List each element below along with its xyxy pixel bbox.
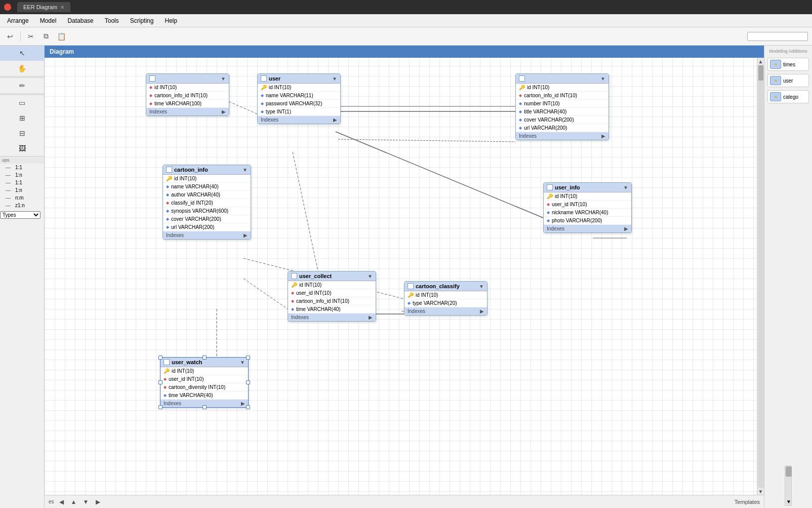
toolbar-cut-btn[interactable]: ✂ xyxy=(25,30,37,43)
window-close-btn[interactable] xyxy=(4,4,11,11)
field-row: ◆ time VARCHAR(100) xyxy=(146,100,229,108)
eer-diagram-tab[interactable]: EER Diagram ✕ xyxy=(17,2,70,12)
field-icon: ◆ xyxy=(547,202,550,207)
nav-next-btn[interactable]: ▶ xyxy=(94,497,103,506)
menu-model[interactable]: Model xyxy=(35,16,62,26)
toolbar-undo-btn[interactable]: ↩ xyxy=(4,30,16,43)
indexes-label: Indexes xyxy=(166,232,184,238)
tool-select[interactable]: ↖ xyxy=(0,46,44,61)
menu-arrange[interactable]: Arrange xyxy=(2,16,34,26)
model-card-catego[interactable]: ★ catego xyxy=(767,90,809,103)
main-layout: ↖ ✋ ✏ ▭ ⊞ ⊟ 🖼 ups — 1:1 — 1:n — 1:1 — 1:… xyxy=(0,46,812,508)
scroll-up-btn[interactable]: ▲ xyxy=(757,58,764,65)
table-user-watch[interactable]: user_watch ▼ 🔑 id INT(10) ◆ user_id INT(… xyxy=(160,357,249,408)
field-name: time VARCHAR(40) xyxy=(296,306,341,312)
field-row: ◆ user_id INT(10) xyxy=(544,201,631,209)
templates-label[interactable]: Templates xyxy=(735,499,760,505)
table-cartoon-info[interactable]: cartoon_info ▼ 🔑 id INT(10) ◆ name VARCH… xyxy=(163,165,251,240)
rel-1to1-a[interactable]: — 1:1 xyxy=(0,164,44,171)
toolbar-search-input[interactable] xyxy=(747,32,808,41)
table-cartoon-main-indexes[interactable]: Indexes ▶ xyxy=(146,108,229,115)
table-user-collect[interactable]: user_collect ▼ 🔑 id INT(10) ◆ user_id IN… xyxy=(288,271,376,322)
table-cartoon-main-arrow[interactable]: ▼ xyxy=(221,76,226,82)
table-user-indexes[interactable]: Indexes ▶ xyxy=(258,116,340,124)
table-cartoon-info-indexes[interactable]: Indexes ▶ xyxy=(163,231,251,239)
menu-database[interactable]: Database xyxy=(62,16,98,26)
table-cartoon-main[interactable]: ▼ ◆ id INT(10) ◆ cartoon_info_id INT(10)… xyxy=(146,73,229,116)
tool-rect[interactable]: ▭ xyxy=(0,95,44,110)
scroll-thumb[interactable] xyxy=(758,65,763,81)
table-cartoon-classify[interactable]: cartoon_classify ▼ 🔑 id INT(10) ◆ type V… xyxy=(404,281,488,316)
tool-img[interactable]: 🖼 xyxy=(0,141,44,156)
field-icon: ◆ xyxy=(519,109,522,114)
table-cartoon-main-header[interactable]: ▼ xyxy=(146,74,229,84)
table-top-right-indexes[interactable]: Indexes ▶ xyxy=(516,132,608,140)
rel-1to1-b[interactable]: — 1:1 xyxy=(0,179,44,186)
table-cartoon-classify-header[interactable]: cartoon_classify ▼ xyxy=(404,282,487,291)
table-cartoon-info-arrow[interactable]: ▼ xyxy=(242,167,248,173)
model-card-user[interactable]: ★ user xyxy=(767,74,809,87)
rel-1ton-b[interactable]: — 1:n xyxy=(0,186,44,194)
menu-scripting[interactable]: Scripting xyxy=(125,16,159,26)
diagram-canvas[interactable]: Diagram xyxy=(45,46,764,508)
table-cartoon-info-header[interactable]: cartoon_info ▼ xyxy=(163,165,251,175)
handle-tm[interactable] xyxy=(202,356,207,360)
handle-br[interactable] xyxy=(246,405,250,409)
indexes-arrow: ▶ xyxy=(243,232,248,238)
handle-bl[interactable] xyxy=(158,405,163,409)
table-user[interactable]: user ▼ 🔑 id INT(10) ◆ name VARCHAR(11) ◆… xyxy=(257,73,341,124)
tool-table[interactable]: ⊞ xyxy=(0,110,44,126)
table-user-collect-header[interactable]: user_collect ▼ xyxy=(288,271,376,281)
vertical-scrollbar[interactable]: ▲ ▼ xyxy=(757,58,764,495)
right-scrollbar[interactable]: ▼ xyxy=(785,465,792,506)
rel-1ton-a[interactable]: — 1:n xyxy=(0,171,44,179)
right-scroll-thumb[interactable] xyxy=(786,466,792,477)
table-top-right-header[interactable]: ▼ xyxy=(516,74,608,84)
table-user-info-indexes[interactable]: Indexes ▶ xyxy=(544,225,631,232)
table-user-info-header[interactable]: user_info ▼ xyxy=(544,183,631,192)
table-icon xyxy=(166,167,172,173)
table-user-watch-arrow[interactable]: ▼ xyxy=(240,360,245,365)
menu-help[interactable]: Help xyxy=(159,16,182,26)
tab-close-btn[interactable]: ✕ xyxy=(60,5,64,10)
scroll-down-btn[interactable]: ▼ xyxy=(757,488,764,495)
nav-prev-btn[interactable]: ◀ xyxy=(57,497,66,506)
handle-mr[interactable] xyxy=(246,380,250,384)
table-cartoon-classify-indexes[interactable]: Indexes ▶ xyxy=(404,307,487,315)
rel-z1ton[interactable]: — z1:n xyxy=(0,202,44,209)
field-row: ◆ password VARCHAR(32) xyxy=(258,100,340,108)
tool-pencil[interactable]: ✏ xyxy=(0,78,44,93)
table-user-header[interactable]: user ▼ xyxy=(258,74,340,84)
field-row: ◆ nickname VARCHAR(40) xyxy=(544,209,631,217)
table-user-info[interactable]: user_info ▼ 🔑 id INT(10) ◆ user_id INT(1… xyxy=(543,182,632,233)
toolbar-paste-btn[interactable]: 📋 xyxy=(55,30,67,43)
handle-ml[interactable] xyxy=(158,380,163,384)
bottom-bar: es ◀ ▲ ▼ ▶ Templates xyxy=(45,495,764,508)
field-name: type VARCHAR(20) xyxy=(413,300,457,306)
toolbar-copy-btn[interactable]: ⧉ xyxy=(40,30,52,43)
table-cartoon-classify-arrow[interactable]: ▼ xyxy=(479,284,484,289)
right-scroll-down[interactable]: ▼ xyxy=(786,499,791,504)
field-key-icon: 🔑 xyxy=(291,282,297,288)
type-select[interactable]: Types xyxy=(0,211,40,219)
nav-down-btn[interactable]: ▼ xyxy=(82,497,91,506)
handle-bm[interactable] xyxy=(202,405,207,409)
table-user-collect-indexes[interactable]: Indexes ▶ xyxy=(288,314,376,321)
table-user-arrow[interactable]: ▼ xyxy=(332,76,337,82)
table-top-right[interactable]: ▼ 🔑 id INT(10) ◆ cartoon_info_id INT(10)… xyxy=(515,73,609,140)
menu-tools[interactable]: Tools xyxy=(100,16,124,26)
rel-ntom[interactable]: — n:m xyxy=(0,194,44,202)
model-card-times[interactable]: ★ times xyxy=(767,58,809,71)
tool-grid[interactable]: ⊟ xyxy=(0,126,44,141)
table-user-info-arrow[interactable]: ▼ xyxy=(623,185,628,190)
field-name: cover VARCHAR(200) xyxy=(524,117,574,123)
field-name: id INT(10) xyxy=(174,176,196,181)
handle-tl[interactable] xyxy=(158,356,163,360)
scroll-track[interactable] xyxy=(758,65,764,488)
table-user-collect-arrow[interactable]: ▼ xyxy=(368,273,373,279)
field-row: 🔑 id INT(10) xyxy=(160,367,248,375)
handle-tr[interactable] xyxy=(246,356,250,360)
tool-pan[interactable]: ✋ xyxy=(0,61,44,76)
nav-up-btn[interactable]: ▲ xyxy=(69,497,78,506)
table-top-right-arrow[interactable]: ▼ xyxy=(600,76,605,82)
